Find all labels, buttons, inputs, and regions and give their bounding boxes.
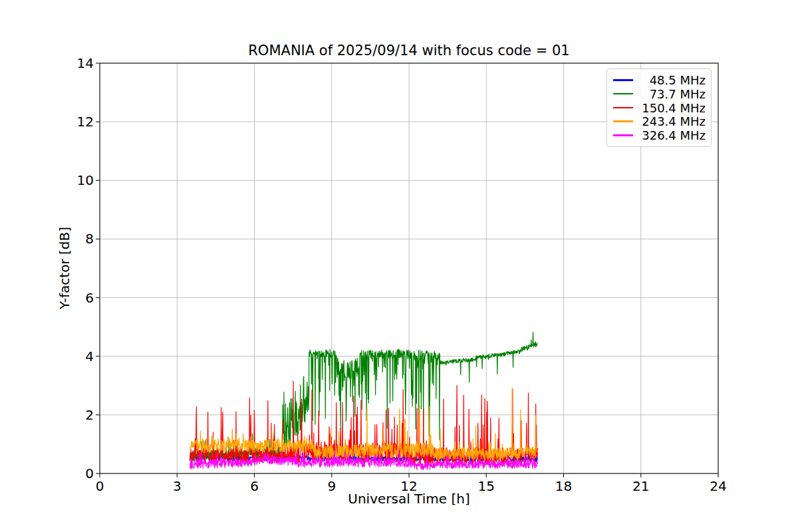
legend-line-swatch — [613, 134, 633, 136]
y-tick-label: 8 — [61, 231, 94, 247]
y-tick-label: 12 — [61, 114, 94, 130]
x-tick-label: 3 — [157, 478, 197, 494]
legend-line-swatch — [613, 107, 633, 109]
legend-label: 73.7 MHz — [639, 87, 706, 101]
legend-box: 48.5 MHz73.7 MHz150.4 MHz243.4 MHz326.4 … — [606, 68, 712, 147]
x-tick-label: 9 — [312, 478, 352, 494]
y-tick-label: 2 — [61, 407, 94, 423]
x-tick-label: 15 — [466, 478, 506, 494]
legend-line-swatch — [613, 120, 633, 122]
legend-entry: 243.4 MHz — [613, 114, 706, 128]
chart-figure: ROMANIA of 2025/09/14 with focus code = … — [0, 0, 798, 532]
y-tick-label: 6 — [61, 290, 94, 306]
legend-label: 48.5 MHz — [639, 73, 706, 87]
series-line-73-7-mhz — [190, 332, 538, 460]
x-tick-label: 21 — [621, 478, 661, 494]
y-tick-label: 4 — [61, 348, 94, 364]
legend-label: 150.4 MHz — [639, 101, 706, 115]
x-tick-label: 6 — [235, 478, 275, 494]
legend-line-swatch — [613, 79, 633, 81]
legend-entry: 48.5 MHz — [613, 73, 706, 87]
y-tick-label: 14 — [61, 55, 94, 71]
legend-label: 326.4 MHz — [639, 128, 706, 142]
x-tick-label: 12 — [389, 478, 429, 494]
y-tick-label: 10 — [61, 172, 94, 188]
chart-title: ROMANIA of 2025/09/14 with focus code = … — [100, 43, 718, 59]
y-tick-label: 0 — [61, 466, 94, 481]
legend-label: 243.4 MHz — [639, 114, 706, 128]
x-tick-label: 24 — [698, 478, 738, 494]
x-tick-label: 18 — [544, 478, 584, 494]
legend-entry: 73.7 MHz — [613, 87, 706, 101]
legend-line-swatch — [613, 93, 633, 95]
legend-entry: 150.4 MHz — [613, 101, 706, 115]
legend-entry: 326.4 MHz — [613, 128, 706, 142]
